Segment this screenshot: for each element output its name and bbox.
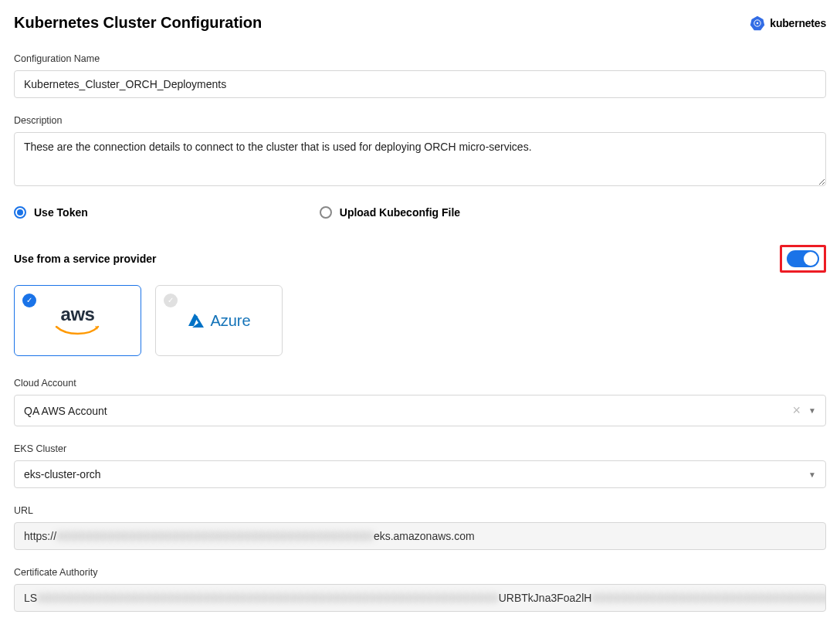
service-provider-toggle[interactable] [787,250,819,267]
kubernetes-icon [750,15,765,31]
upload-kubeconfig-radio[interactable]: Upload Kubeconfig File [320,206,460,219]
auth-method-radios: Use Token Upload Kubeconfig File [14,206,826,219]
description-textarea[interactable] [14,132,826,186]
config-name-label: Configuration Name [14,53,826,64]
cloud-account-label: Cloud Account [14,378,826,389]
aws-smile-icon [55,325,101,338]
cloud-account-select[interactable]: QA AWS Account × ▼ [14,395,826,426]
url-group: URL https://XXXXXXXXXXXXXXXXXXXXXXXXXXXX… [14,505,826,550]
azure-icon [187,312,205,329]
azure-logo: Azure [187,312,250,330]
aws-logo: aws [55,304,101,338]
config-name-group: Configuration Name [14,53,826,98]
page-title: Kubernetes Cluster Configuration [14,14,262,32]
service-provider-row: Use from a service provider [14,245,826,273]
chevron-down-icon: ▼ [808,406,816,415]
radio-selected-icon [14,206,26,219]
cloud-account-value: QA AWS Account [24,405,107,417]
use-token-radio[interactable]: Use Token [14,206,88,219]
url-label: URL [14,505,826,516]
service-provider-label: Use from a service provider [14,253,156,265]
config-name-input[interactable] [14,70,826,98]
kubernetes-brand: kubernetes [750,15,826,31]
provider-card-aws[interactable]: ✓ aws [14,285,141,356]
upload-kubeconfig-label: Upload Kubeconfig File [340,206,460,219]
url-readonly: https://XXXXXXXXXXXXXXXXXXXXXXXXXXXXXXXX… [14,522,826,550]
description-group: Description [14,115,826,189]
chevron-down-icon: ▼ [808,470,816,479]
description-label: Description [14,115,826,126]
page-header: Kubernetes Cluster Configuration kuberne… [14,14,826,32]
eks-cluster-value: eks-cluster-orch [24,468,101,480]
cloud-account-group: Cloud Account QA AWS Account × ▼ [14,378,826,426]
eks-cluster-group: EKS Cluster eks-cluster-orch ▼ [14,443,826,488]
cert-authority-label: Certificate Authority [14,567,826,578]
toggle-highlight-box [780,245,826,273]
provider-cards: ✓ aws ✓ Azure [14,285,826,356]
eks-cluster-select[interactable]: eks-cluster-orch ▼ [14,460,826,488]
svg-point-2 [757,22,759,24]
toggle-knob [804,252,818,266]
clear-icon[interactable]: × [793,402,801,419]
eks-cluster-label: EKS Cluster [14,443,826,454]
provider-card-azure[interactable]: ✓ Azure [155,285,283,356]
cert-authority-group: Certificate Authority LSXXXXXXXXXXXXXXXX… [14,567,826,612]
radio-unselected-icon [320,206,332,219]
use-token-label: Use Token [34,206,88,219]
check-selected-icon: ✓ [22,294,36,307]
kubernetes-label: kubernetes [770,17,826,29]
cert-authority-readonly: LSXXXXXXXXXXXXXXXXXXXXXXXXXXXXXXXXXXXXXX… [14,584,826,612]
check-unselected-icon: ✓ [164,294,178,307]
